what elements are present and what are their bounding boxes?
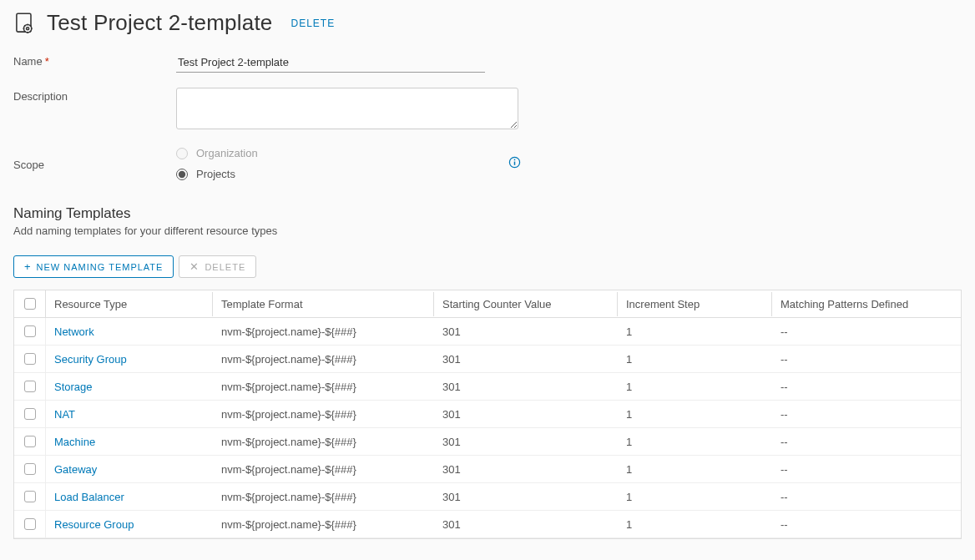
- svg-point-13: [513, 159, 515, 161]
- starting-counter-cell: 301: [434, 402, 618, 426]
- table-row: Storagenvm-${project.name}-${###}3011--: [14, 373, 961, 401]
- select-all-checkbox[interactable]: [24, 298, 36, 310]
- resource-type-link[interactable]: Load Balancer: [46, 485, 213, 509]
- matching-patterns-cell: --: [772, 320, 961, 344]
- plus-icon: +: [24, 261, 32, 272]
- increment-step-cell: 1: [618, 512, 772, 537]
- svg-line-8: [30, 30, 31, 31]
- resource-type-link[interactable]: Security Group: [46, 347, 213, 371]
- table-row: Security Groupnvm-${project.name}-${###}…: [14, 346, 961, 373]
- increment-step-cell: 1: [618, 347, 772, 371]
- scope-organization-radio[interactable]: Organization: [176, 147, 258, 159]
- row-checkbox[interactable]: [24, 463, 36, 475]
- matching-patterns-cell: --: [772, 402, 961, 426]
- starting-counter-cell: 301: [434, 485, 618, 509]
- naming-templates-subtitle: Add naming templates for your different …: [13, 225, 962, 237]
- row-checkbox[interactable]: [24, 491, 36, 502]
- svg-line-7: [24, 25, 25, 26]
- delete-row-button: ✕ DELETE: [179, 255, 256, 278]
- template-format-cell: nvm-${project.name}-${###}: [213, 485, 434, 509]
- table-row: Load Balancernvm-${project.name}-${###}3…: [14, 483, 961, 511]
- increment-step-cell: 1: [618, 485, 772, 509]
- increment-step-cell: 1: [618, 402, 772, 426]
- template-format-cell: nvm-${project.name}-${###}: [213, 512, 434, 537]
- naming-templates-heading: Naming Templates: [13, 205, 962, 222]
- resource-type-link[interactable]: Storage: [46, 375, 213, 399]
- scope-projects-radio[interactable]: Projects: [176, 168, 258, 180]
- template-format-cell: nvm-${project.name}-${###}: [213, 347, 434, 371]
- matching-patterns-cell: --: [772, 347, 961, 371]
- table-row: NATnvm-${project.name}-${###}3011--: [14, 401, 961, 428]
- row-checkbox[interactable]: [24, 436, 36, 447]
- starting-counter-cell: 301: [434, 512, 618, 537]
- matching-patterns-cell: --: [772, 375, 961, 399]
- svg-line-10: [30, 25, 31, 26]
- resource-type-link[interactable]: Network: [46, 320, 213, 344]
- matching-patterns-cell: --: [772, 457, 961, 482]
- col-increment-step[interactable]: Increment Step: [618, 292, 772, 316]
- name-label: Name*: [13, 53, 176, 68]
- starting-counter-cell: 301: [434, 430, 618, 454]
- col-matching-patterns[interactable]: Matching Patterns Defined: [772, 292, 961, 316]
- table-row: Networknvm-${project.name}-${###}3011--: [14, 318, 961, 346]
- page-title: Test Project 2-template: [47, 10, 273, 36]
- increment-step-cell: 1: [618, 457, 772, 482]
- info-icon[interactable]: [508, 156, 521, 171]
- row-checkbox[interactable]: [24, 381, 36, 392]
- template-format-cell: nvm-${project.name}-${###}: [213, 430, 434, 454]
- table-row: Machinenvm-${project.name}-${###}3011--: [14, 428, 961, 456]
- row-checkbox[interactable]: [24, 353, 36, 365]
- matching-patterns-cell: --: [772, 485, 961, 509]
- resource-type-link[interactable]: Machine: [46, 430, 213, 454]
- naming-templates-table: Resource Type Template Format Starting C…: [13, 290, 962, 539]
- resource-type-link[interactable]: Gateway: [46, 457, 213, 482]
- increment-step-cell: 1: [618, 320, 772, 344]
- name-input[interactable]: [176, 53, 485, 73]
- starting-counter-cell: 301: [434, 375, 618, 399]
- increment-step-cell: 1: [618, 430, 772, 454]
- description-label: Description: [13, 88, 176, 103]
- col-template-format[interactable]: Template Format: [213, 292, 434, 316]
- template-format-cell: nvm-${project.name}-${###}: [213, 375, 434, 399]
- row-checkbox[interactable]: [24, 518, 36, 530]
- delete-template-link[interactable]: DELETE: [291, 18, 336, 29]
- col-resource-type[interactable]: Resource Type: [46, 292, 213, 316]
- scope-label: Scope: [13, 156, 176, 171]
- close-icon: ✕: [189, 261, 200, 272]
- resource-type-link[interactable]: NAT: [46, 402, 213, 426]
- table-row: Gatewaynvm-${project.name}-${###}3011--: [14, 456, 961, 483]
- starting-counter-cell: 301: [434, 347, 618, 371]
- svg-line-9: [24, 30, 25, 31]
- starting-counter-cell: 301: [434, 320, 618, 344]
- template-format-cell: nvm-${project.name}-${###}: [213, 457, 434, 482]
- matching-patterns-cell: --: [772, 430, 961, 454]
- matching-patterns-cell: --: [772, 512, 961, 537]
- row-checkbox[interactable]: [24, 408, 36, 420]
- row-checkbox[interactable]: [24, 325, 36, 337]
- new-naming-template-button[interactable]: + NEW NAMING TEMPLATE: [13, 255, 174, 278]
- description-textarea[interactable]: [176, 88, 518, 129]
- increment-step-cell: 1: [618, 375, 772, 399]
- col-starting-counter[interactable]: Starting Counter Value: [434, 292, 618, 316]
- starting-counter-cell: 301: [434, 457, 618, 482]
- template-gear-icon: [13, 12, 37, 35]
- table-row: Resource Groupnvm-${project.name}-${###}…: [14, 511, 961, 538]
- template-format-cell: nvm-${project.name}-${###}: [213, 320, 434, 344]
- template-format-cell: nvm-${project.name}-${###}: [213, 402, 434, 426]
- resource-type-link[interactable]: Resource Group: [46, 512, 213, 537]
